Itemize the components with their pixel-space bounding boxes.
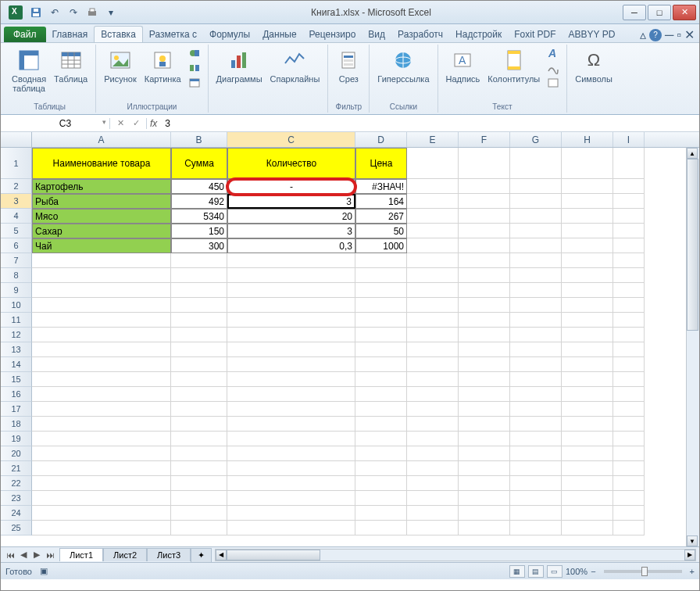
row-19[interactable]: 19 xyxy=(1,432,32,446)
cell-D1[interactable]: Цена xyxy=(355,148,407,179)
row-7[interactable]: 7 xyxy=(1,253,32,268)
tab-data[interactable]: Данные xyxy=(256,27,302,42)
cell-G4[interactable] xyxy=(510,209,562,224)
col-F[interactable]: F xyxy=(459,132,510,147)
row-8[interactable]: 8 xyxy=(1,268,32,283)
fx-icon[interactable]: fx xyxy=(146,118,160,129)
row-2[interactable]: 2 xyxy=(1,179,32,194)
cell-H4[interactable] xyxy=(562,209,613,224)
cell-H5[interactable] xyxy=(562,224,613,238)
cell-I2[interactable] xyxy=(613,179,645,194)
help-icon[interactable]: ? xyxy=(649,29,662,41)
row-20[interactable]: 20 xyxy=(1,446,32,461)
tab-pagelayout[interactable]: Разметка с xyxy=(143,27,203,42)
cell-G2[interactable] xyxy=(510,179,562,194)
cell-E6[interactable] xyxy=(407,238,459,253)
row-24[interactable]: 24 xyxy=(1,506,32,521)
object-button[interactable] xyxy=(545,76,562,90)
row-9[interactable]: 9 xyxy=(1,283,32,298)
col-D[interactable]: D xyxy=(355,132,407,147)
hscroll-thumb[interactable] xyxy=(227,550,320,561)
cell-E4[interactable] xyxy=(407,209,459,224)
headerfooter-button[interactable]: Колонтитулы xyxy=(484,46,543,101)
sheet-nav-prev-icon[interactable]: ◀ xyxy=(17,549,30,561)
col-B[interactable]: B xyxy=(171,132,227,147)
cell-F5[interactable] xyxy=(459,224,510,238)
cell-I5[interactable] xyxy=(613,224,645,238)
row-1[interactable]: 1 xyxy=(1,148,32,179)
cell-F2[interactable] xyxy=(459,179,510,194)
cell-I4[interactable] xyxy=(613,209,645,224)
signature-button[interactable] xyxy=(545,61,562,75)
table-button[interactable]: Таблица xyxy=(51,46,91,101)
cell-I1[interactable] xyxy=(613,148,645,179)
col-I[interactable]: I xyxy=(613,132,645,147)
col-G[interactable]: G xyxy=(510,132,562,147)
cell-F4[interactable] xyxy=(459,209,510,224)
cell-H3[interactable] xyxy=(562,194,613,209)
formula-input[interactable] xyxy=(160,118,699,129)
cell-F3[interactable] xyxy=(459,194,510,209)
cell-D3[interactable]: 164 xyxy=(355,194,407,209)
textbox-button[interactable]: A Надпись xyxy=(443,46,484,101)
doc-close-icon[interactable]: ✕ xyxy=(684,27,695,42)
tab-formulas[interactable]: Формулы xyxy=(203,27,256,42)
row-6[interactable]: 6 xyxy=(1,238,32,253)
cell-H1[interactable] xyxy=(562,148,613,179)
slicer-button[interactable]: Срез xyxy=(333,46,364,101)
cell-A5[interactable]: Сахар xyxy=(32,224,171,238)
col-A[interactable]: A xyxy=(32,132,171,147)
cancel-formula-icon[interactable]: ✕ xyxy=(113,116,127,131)
sheet-tab[interactable]: Лист2 xyxy=(103,548,147,561)
vscroll-down-icon[interactable]: ▼ xyxy=(687,535,698,546)
row-4[interactable]: 4 xyxy=(1,209,32,224)
vscroll-up-icon[interactable]: ▲ xyxy=(687,148,698,159)
cell-C5[interactable]: 3 xyxy=(227,224,355,238)
col-C[interactable]: C xyxy=(227,132,355,147)
qat-more-icon[interactable]: ▾ xyxy=(102,4,120,21)
hyperlink-button[interactable]: Гиперссылка xyxy=(374,46,432,101)
tab-addins[interactable]: Надстройк xyxy=(449,27,508,42)
vertical-scrollbar[interactable]: ▲ ▼ xyxy=(686,148,699,546)
cell-F6[interactable] xyxy=(459,238,510,253)
view-pagelayout-button[interactable]: ▤ xyxy=(528,565,544,578)
row-11[interactable]: 11 xyxy=(1,313,32,328)
row-13[interactable]: 13 xyxy=(1,342,32,357)
wordart-button[interactable]: A xyxy=(545,46,562,60)
cell-B6[interactable]: 300 xyxy=(171,238,227,253)
redo-icon[interactable]: ↷ xyxy=(65,4,82,21)
print-icon[interactable] xyxy=(84,4,101,21)
cell-A4[interactable]: Мясо xyxy=(32,209,171,224)
sparklines-button[interactable]: Спарклайны xyxy=(267,46,323,109)
tab-view[interactable]: Вид xyxy=(362,27,391,42)
minimize-button[interactable]: ─ xyxy=(623,5,646,20)
row-15[interactable]: 15 xyxy=(1,372,32,387)
symbols-button[interactable]: Ω Символы xyxy=(572,46,616,109)
row-22[interactable]: 22 xyxy=(1,476,32,491)
name-box[interactable]: C3 xyxy=(32,118,110,129)
hscroll-left-icon[interactable]: ◀ xyxy=(216,550,227,561)
sheet-tab-active[interactable]: Лист1 xyxy=(59,548,103,561)
zoom-slider[interactable] xyxy=(604,570,682,573)
row-16[interactable]: 16 xyxy=(1,387,32,402)
cell-A6[interactable]: Чай xyxy=(32,238,171,253)
cell-E3[interactable] xyxy=(407,194,459,209)
ribbon-minimize-icon[interactable]: ▵ xyxy=(640,27,646,42)
cell-D6[interactable]: 1000 xyxy=(355,238,407,253)
cell-D2[interactable]: #ЗНАЧ! xyxy=(355,179,407,194)
doc-minimize-icon[interactable]: ─ xyxy=(665,28,673,42)
cell-D4[interactable]: 267 xyxy=(355,209,407,224)
tab-developer[interactable]: Разработч xyxy=(391,27,449,42)
maximize-button[interactable]: □ xyxy=(648,5,671,20)
cell-B1[interactable]: Сумма xyxy=(171,148,227,179)
view-pagebreak-button[interactable]: ▭ xyxy=(547,565,562,578)
cell-A3[interactable]: Рыба xyxy=(32,194,171,209)
cell-E2[interactable] xyxy=(407,179,459,194)
cell-G5[interactable] xyxy=(510,224,562,238)
tab-insert[interactable]: Вставка xyxy=(94,26,143,42)
cell-B5[interactable]: 150 xyxy=(171,224,227,238)
sheet-nav-last-icon[interactable]: ⏭ xyxy=(44,549,56,561)
zoom-thumb[interactable] xyxy=(641,567,648,576)
cell-B3[interactable]: 492 xyxy=(171,194,227,209)
zoom-in-button[interactable]: + xyxy=(690,567,695,576)
